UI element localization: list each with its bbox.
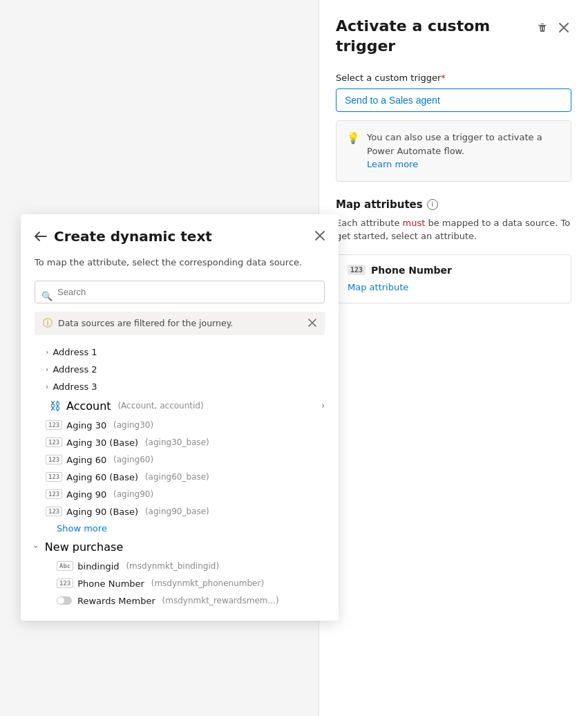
chevron-icon: ›	[46, 348, 48, 357]
account-sub: (Account, accountid)	[115, 401, 204, 411]
filter-notice: ⓘ Data sources are filtered for the jour…	[35, 312, 325, 335]
item-label: Aging 30	[66, 420, 106, 431]
tree-item-aging30base[interactable]: 123 Aging 30 (Base) (aging30_base)	[21, 434, 339, 451]
trigger-input[interactable]	[336, 88, 571, 112]
left-panel-header: Create dynamic text	[21, 214, 339, 256]
item-sub: (aging60)	[111, 455, 153, 464]
num-icon: 123	[46, 507, 62, 516]
tree-list: › Address 1 › Address 2 › Address 3 ⛓ Ac…	[21, 343, 339, 621]
close-panel-button[interactable]	[556, 20, 571, 35]
item-label: Aging 90	[66, 489, 106, 500]
attribute-card: 123 Phone Number Map attribute	[336, 254, 571, 303]
tree-item-rewardsmember[interactable]: Rewards Member (msdynmkt_rewardsmem...)	[21, 592, 339, 610]
tree-item-aging30[interactable]: 123 Aging 30 (aging30)	[21, 417, 339, 434]
item-sub: (msdynmkt_phonenumber)	[149, 578, 264, 588]
tree-item-aging60[interactable]: 123 Aging 60 (aging60)	[21, 451, 339, 469]
left-panel: Create dynamic text To map the attribute…	[21, 214, 339, 621]
show-more-link[interactable]: Show more	[21, 520, 339, 536]
highlight-word: must	[403, 218, 426, 228]
tree-item-account[interactable]: ⛓ Account (Account, accountid) ›	[21, 395, 339, 417]
right-panel: Activate a custom trigger Select a custo…	[319, 0, 588, 716]
right-panel-header: Activate a custom trigger	[336, 17, 571, 56]
map-attributes-desc: Each attribute must be mapped to a data …	[336, 216, 571, 243]
item-sub: (aging60_base)	[142, 472, 209, 482]
item-sub: (aging90_base)	[142, 507, 209, 516]
attribute-card-header: 123 Phone Number	[348, 265, 560, 276]
item-sub: (aging30)	[111, 420, 153, 430]
expand-icon: ›	[321, 401, 325, 411]
tree-item-aging90base[interactable]: 123 Aging 90 (Base) (aging90_base)	[21, 503, 339, 520]
attribute-name: Phone Number	[371, 265, 452, 276]
info-text: You can also use a trigger to activate a…	[367, 131, 561, 171]
num-icon: 123	[46, 472, 62, 482]
item-label: Aging 60	[66, 455, 106, 465]
info-box: 💡 You can also use a trigger to activate…	[336, 120, 571, 182]
tree-item-address1[interactable]: › Address 1	[21, 343, 339, 361]
back-arrow-icon	[35, 232, 47, 241]
num-icon: 123	[46, 420, 62, 430]
close-icon	[315, 231, 325, 241]
num-icon: 123	[46, 437, 62, 447]
toggle-icon	[57, 596, 72, 605]
filter-close-icon	[308, 319, 316, 327]
account-label: Account	[66, 399, 111, 413]
trash-icon	[537, 22, 548, 33]
search-container: 🔍	[21, 281, 339, 312]
item-sub: (msdynmkt_rewardsmem...)	[160, 596, 279, 605]
item-label: Aging 60 (Base)	[66, 472, 138, 482]
abc-icon: Abc	[57, 561, 73, 571]
map-attributes-title: Map attributes	[336, 198, 423, 211]
warning-icon: ⓘ	[43, 317, 53, 330]
title-group: Create dynamic text	[35, 228, 212, 245]
item-label: Address 2	[53, 364, 97, 375]
item-label: Aging 30 (Base)	[66, 437, 138, 448]
item-label: Address 1	[53, 347, 97, 357]
header-icons	[534, 19, 571, 36]
tree-item-bindingid[interactable]: Abc bindingid (msdynmkt_bindingid)	[21, 558, 339, 575]
tree-item-phonenumber[interactable]: 123 Phone Number (msdynmkt_phonenumber)	[21, 575, 339, 592]
section-new-purchase[interactable]: › New purchase	[21, 536, 339, 558]
filter-notice-text: Data sources are filtered for the journe…	[58, 318, 233, 328]
chevron-icon: ›	[31, 545, 41, 549]
chevron-icon: ›	[46, 382, 48, 391]
left-panel-title: Create dynamic text	[54, 228, 212, 245]
trigger-label: Select a custom trigger*	[336, 73, 571, 83]
search-input[interactable]	[35, 281, 325, 303]
num-badge: 123	[348, 265, 366, 275]
lightbulb-icon: 💡	[346, 131, 360, 171]
search-icon: 🔍	[41, 291, 53, 301]
item-sub: (msdynmkt_bindingid)	[124, 561, 219, 571]
item-label: Phone Number	[77, 578, 144, 589]
item-label: Address 3	[53, 381, 97, 392]
tree-item-address3[interactable]: › Address 3	[21, 378, 339, 395]
item-label: bindingid	[77, 561, 119, 572]
num-icon: 123	[46, 455, 62, 464]
item-label: Aging 90 (Base)	[66, 507, 138, 517]
info-icon-circle[interactable]: i	[427, 199, 438, 210]
num-icon: 123	[46, 489, 62, 499]
close-left-panel-button[interactable]	[315, 229, 325, 244]
item-sub: (aging30_base)	[142, 437, 209, 447]
filter-close-button[interactable]	[308, 318, 316, 329]
num-icon: 123	[57, 578, 73, 588]
item-label: Rewards Member	[77, 596, 155, 606]
learn-more-link[interactable]: Learn more	[367, 159, 418, 169]
background-left	[0, 0, 319, 214]
left-panel-desc: To map the attribute, select the corresp…	[21, 256, 339, 281]
chevron-icon: ›	[46, 365, 48, 374]
x-icon	[559, 23, 569, 32]
tree-item-aging60base[interactable]: 123 Aging 60 (Base) (aging60_base)	[21, 469, 339, 486]
section-label: New purchase	[45, 540, 123, 554]
link-icon: ⛓	[50, 399, 61, 413]
tree-item-aging90[interactable]: 123 Aging 90 (aging90)	[21, 486, 339, 503]
map-attributes-header: Map attributes i	[336, 198, 571, 211]
tree-item-address2[interactable]: › Address 2	[21, 361, 339, 378]
delete-button[interactable]	[534, 19, 551, 36]
back-button[interactable]	[35, 232, 47, 241]
map-attribute-link[interactable]: Map attribute	[348, 282, 408, 292]
panel-title: Activate a custom trigger	[336, 17, 529, 56]
item-sub: (aging90)	[111, 489, 153, 499]
